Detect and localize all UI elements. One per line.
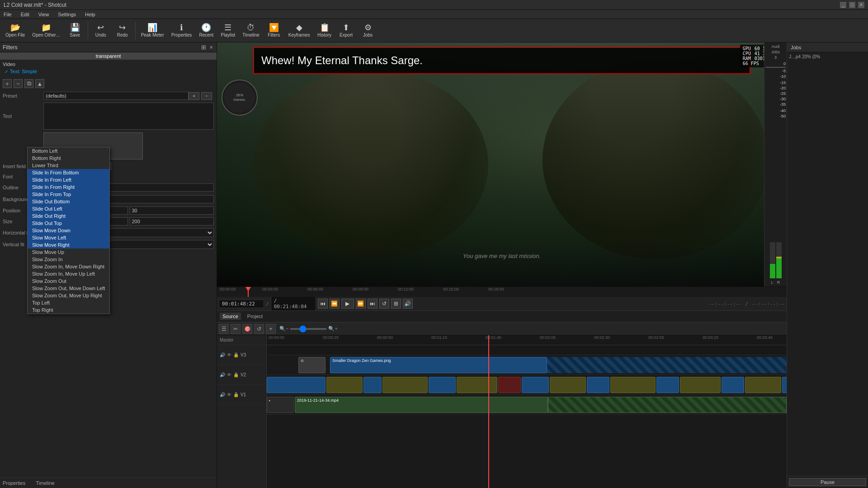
v1-clip-thumb[interactable]: ▪ (267, 397, 294, 413)
tl-ripple-button[interactable]: 🎯 (242, 324, 252, 334)
v2-clip-5[interactable] (429, 377, 456, 393)
tl-snap-button[interactable]: ✂ (231, 324, 241, 334)
dropdown-item-bottom-right[interactable]: Bottom Right (28, 155, 109, 162)
menu-help[interactable]: Help (83, 12, 97, 17)
v2-clip-6[interactable] (457, 377, 497, 393)
v2-clip-12[interactable] (656, 377, 679, 393)
dropdown-item-slide-out-right[interactable]: Slide Out Right (28, 212, 109, 220)
v2-clip-10[interactable] (587, 377, 609, 393)
v2-clip-7[interactable] (498, 377, 521, 393)
keyframes-button[interactable]: ◆ Keyframes (286, 23, 313, 38)
v2-clip-1[interactable] (267, 377, 326, 393)
dropdown-item-slide-right[interactable]: Slide In From Right (28, 183, 109, 191)
size-h[interactable] (130, 217, 214, 225)
dropdown-item-slide-out-left[interactable]: Slide Out Left (28, 205, 109, 212)
v2-clip-4[interactable] (382, 377, 428, 393)
project-tab[interactable]: Project (245, 313, 265, 320)
open-file-button[interactable]: 📂 Open File (3, 23, 28, 38)
export-button[interactable]: ⬆ Export (336, 23, 356, 38)
redo-button[interactable]: ↪ Redo (113, 23, 132, 38)
save-button[interactable]: 💾 Save (65, 23, 85, 38)
right-side: Whew! My Eternal Thanks Sarge. ZENGames.… (217, 42, 787, 488)
recent-button[interactable]: 🕐 Recent (196, 23, 216, 38)
skip-to-start-button[interactable]: ⏮ (318, 299, 328, 309)
filters-button[interactable]: 🔽 Filters (264, 23, 284, 38)
v3-clip-stripe (547, 357, 787, 373)
clone-filter-button[interactable]: ⧉ (24, 79, 33, 88)
preset-input[interactable] (43, 92, 189, 100)
tl-add-track-button[interactable]: + (266, 324, 276, 334)
tl-menu-button[interactable]: ☰ (219, 324, 229, 334)
v2-clip-11[interactable] (610, 377, 656, 393)
peak-meter-button[interactable]: 📊 Peak Meter (138, 23, 167, 38)
tl-zoom-plus-label: 🔍+ (328, 326, 337, 332)
v2-clip-16[interactable] (782, 377, 787, 393)
pause-button[interactable]: Pause (789, 478, 866, 486)
position-y[interactable] (130, 206, 214, 215)
menu-view[interactable]: View (37, 12, 51, 17)
v2-clip-8[interactable] (522, 377, 549, 393)
close-button[interactable]: × (858, 2, 864, 8)
prev-frame-button[interactable]: ⏪ (330, 299, 340, 309)
v2-clip-9[interactable] (550, 377, 586, 393)
remove-filter-button[interactable]: − (14, 79, 23, 88)
playlist-button[interactable]: ☰ Playlist (218, 23, 238, 38)
dropdown-item-slide-out-bottom[interactable]: Slide Out Bottom (28, 198, 109, 205)
loop-button[interactable]: ↺ (379, 299, 389, 309)
dropdown-item-slow-up[interactable]: Slow Move Up (28, 249, 109, 256)
play-button[interactable]: ▶ (341, 299, 354, 309)
volume-button[interactable]: 🔊 (403, 299, 413, 309)
dropdown-item-slow-zoom-out-up-right[interactable]: Slow Zoom Out, Move Up Right (28, 292, 109, 299)
dropdown-item-top-left[interactable]: Top Left (28, 299, 109, 306)
dropdown-item-slow-right[interactable]: Slow Move Right (28, 241, 109, 249)
dropdown-item-bottom-left[interactable]: Bottom Left (28, 147, 109, 155)
jobs-button[interactable]: ⚙ Jobs (358, 23, 378, 38)
preset-add-button[interactable]: + (189, 92, 199, 100)
v2-clip-3[interactable] (363, 377, 382, 393)
v2-clip-13[interactable] (680, 377, 721, 393)
filters-expand-button[interactable]: ⊞ (200, 44, 207, 51)
menu-file[interactable]: File (2, 12, 14, 17)
dropdown-item-slide-bottom[interactable]: Slide In From Bottom (28, 169, 109, 176)
dropdown-item-slow-zoom-in[interactable]: Slow Zoom In (28, 256, 109, 263)
history-button[interactable]: 📋 History (315, 23, 335, 38)
dropdown-item-slow-zoom-out[interactable]: Slow Zoom Out (28, 277, 109, 285)
dropdown-item-slow-zoom-out-down-left[interactable]: Slow Zoom Out, Move Down Left (28, 285, 109, 292)
v3-clip-logo[interactable]: ⊙ (298, 357, 326, 373)
dropdown-item-slide-top[interactable]: Slide In From Top (28, 191, 109, 198)
text-input[interactable] (43, 103, 214, 130)
tl-zoom-slider[interactable] (290, 328, 326, 330)
v1-clip-main[interactable]: 2019-11-21-14-34.mp4 (295, 397, 548, 413)
dropdown-item-slide-out-top[interactable]: Slide Out Top (28, 220, 109, 227)
timecode-input[interactable] (219, 300, 264, 308)
v2-clip-14[interactable] (722, 377, 744, 393)
menu-edit[interactable]: Edit (19, 12, 31, 17)
skip-to-end-button[interactable]: ⏭ (368, 299, 377, 309)
next-frame-button[interactable]: ⏩ (356, 299, 366, 309)
grid-view-button[interactable]: ⊞ (391, 299, 401, 309)
minimize-button[interactable]: _ (840, 2, 846, 8)
v2-clip-2[interactable] (326, 377, 363, 393)
v2-clip-15[interactable] (745, 377, 781, 393)
preset-remove-button[interactable]: − (201, 92, 212, 100)
add-filter-button[interactable]: + (3, 79, 12, 88)
dropdown-item-slow-down[interactable]: Slow Move Down (28, 227, 109, 234)
dropdown-item-slow-left[interactable]: Slow Move Left (28, 234, 109, 241)
properties-button[interactable]: ℹ Properties (169, 23, 195, 38)
dropdown-item-top-right[interactable]: Top Right (28, 306, 109, 314)
maximize-button[interactable]: □ (849, 2, 855, 8)
text-simple-filter[interactable]: ✓ Text: Simple (3, 68, 214, 75)
undo-button[interactable]: ↩ Undo (91, 23, 111, 38)
filters-close-button[interactable]: × (208, 44, 214, 51)
timeline-button[interactable]: ⏱ Timeline (240, 23, 262, 38)
dropdown-item-slide-left[interactable]: Slide In From Left (28, 176, 109, 183)
v3-clip-main[interactable]: Smaller Dragon Zen Games.png (330, 357, 547, 373)
source-tab[interactable]: Source (220, 313, 241, 320)
tl-loop-button[interactable]: ↺ (254, 324, 264, 334)
dropdown-item-slow-zoom-up-left[interactable]: Slow Zoom In, Move Up Left (28, 270, 109, 277)
move-up-filter-button[interactable]: ▲ (35, 79, 44, 88)
dropdown-item-slow-zoom-down-right[interactable]: Slow Zoom In, Move Down Right (28, 263, 109, 270)
menu-settings[interactable]: Settings (56, 12, 78, 17)
open-other-button[interactable]: 📁 Open Other… (29, 23, 63, 38)
dropdown-item-lower-third[interactable]: Lower Third (28, 162, 109, 169)
